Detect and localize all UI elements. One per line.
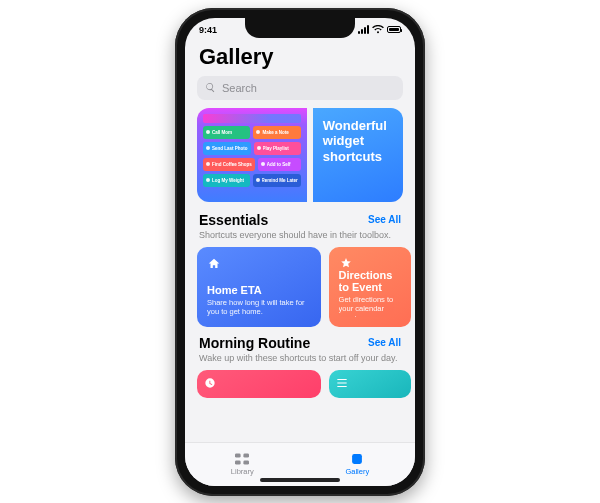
list-icon [335, 376, 349, 390]
section-subtitle: Shortcuts everyone should have in their … [199, 230, 401, 241]
card-desc: Get directions to your calendar event. [339, 295, 401, 317]
tab-library[interactable]: Library [231, 452, 254, 476]
search-placeholder: Search [222, 82, 257, 94]
svg-rect-2 [235, 460, 241, 464]
home-icon [207, 257, 221, 271]
card-morning-2[interactable] [329, 370, 411, 398]
svg-rect-1 [244, 453, 250, 457]
hero-card[interactable]: Call MomMake a Note Send Last PhotoPlay … [197, 108, 403, 202]
svg-rect-4 [352, 454, 362, 464]
card-morning-1[interactable] [197, 370, 321, 398]
essentials-cards: Home ETA Share how long it will take for… [197, 247, 403, 327]
section-title: Morning Routine [199, 335, 310, 351]
tab-label: Gallery [345, 467, 369, 476]
section-head-essentials: Essentials See All [199, 212, 401, 228]
gallery-icon [348, 452, 366, 466]
home-indicator[interactable] [260, 478, 340, 482]
wifi-icon [372, 25, 384, 34]
battery-icon [387, 26, 401, 33]
card-desc: Share how long it will take for you to g… [207, 298, 311, 317]
screen: 9:41 Gallery Search Call [185, 18, 415, 486]
section-subtitle: Wake up with these shortcuts to start of… [199, 353, 401, 364]
hero-preview: Call MomMake a Note Send Last PhotoPlay … [197, 108, 307, 202]
card-title: Home ETA [207, 284, 311, 296]
svg-rect-3 [244, 460, 250, 464]
see-all-link[interactable]: See All [368, 337, 401, 348]
star-icon [339, 257, 353, 269]
page-title: Gallery [199, 44, 403, 70]
morning-cards [197, 370, 403, 398]
status-right [358, 25, 401, 34]
grid-icon [233, 452, 251, 466]
section-head-morning: Morning Routine See All [199, 335, 401, 351]
section-title: Essentials [199, 212, 268, 228]
hero-title-panel: Wonderful widget shortcuts [313, 108, 403, 202]
card-directions-event[interactable]: Directions to Event Get directions to yo… [329, 247, 411, 327]
search-input[interactable]: Search [197, 76, 403, 100]
content: Gallery Search Call MomMake a Note Send … [185, 42, 415, 442]
phone-frame: 9:41 Gallery Search Call [175, 8, 425, 496]
card-title: Directions to Event [339, 269, 401, 293]
svg-rect-0 [235, 453, 241, 457]
notch [245, 18, 355, 38]
hero-title: Wonderful widget shortcuts [323, 118, 393, 165]
card-home-eta[interactable]: Home ETA Share how long it will take for… [197, 247, 321, 327]
see-all-link[interactable]: See All [368, 214, 401, 225]
tab-label: Library [231, 467, 254, 476]
status-time: 9:41 [199, 25, 217, 35]
alarm-icon [203, 376, 217, 390]
search-icon [205, 82, 216, 93]
tab-gallery[interactable]: Gallery [345, 452, 369, 476]
cellular-icon [358, 25, 369, 34]
